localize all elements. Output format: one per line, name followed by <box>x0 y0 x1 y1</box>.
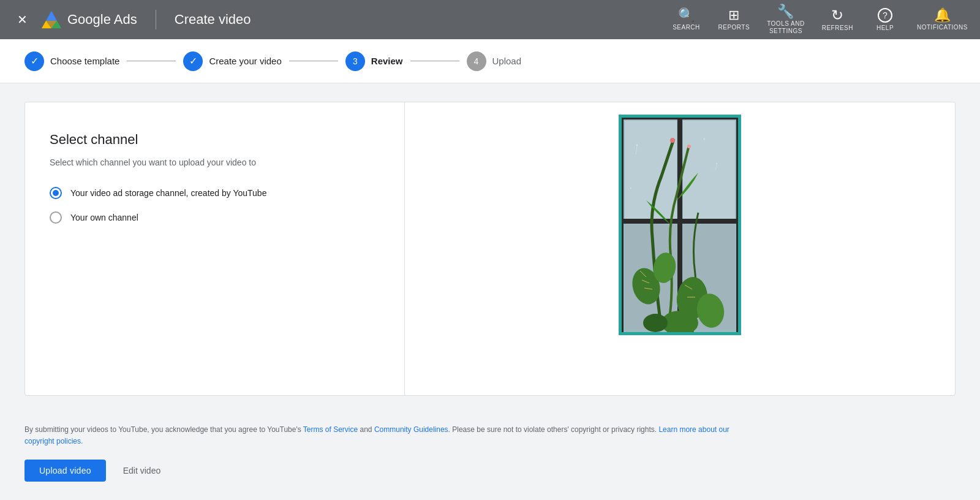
refresh-nav-button[interactable]: ↻ REFRESH <box>822 8 853 32</box>
tools-settings-nav-button[interactable]: 🔧 TOOLS AND SETTINGS <box>767 5 805 35</box>
legal-text-3: . Please be sure not to violate others' … <box>448 425 659 434</box>
step-4-circle: 4 <box>467 51 486 71</box>
section-subtitle: Select which channel you want to upload … <box>50 157 380 167</box>
tools-icon: 🔧 <box>777 5 794 18</box>
svg-point-35 <box>704 138 706 140</box>
video-preview <box>619 115 741 335</box>
svg-point-27 <box>670 138 675 143</box>
step-2-label: Create your video <box>209 56 281 66</box>
legal-text: By submitting your videos to YouTube, yo… <box>24 424 760 447</box>
radio-label-storage: Your video ad storage channel, created b… <box>70 188 266 198</box>
radio-circle-own <box>50 211 62 224</box>
step-connector-3 <box>410 61 459 61</box>
help-nav-button[interactable]: ? HELP <box>870 8 900 32</box>
footer-area: By submitting your videos to YouTube, yo… <box>0 414 980 491</box>
step-4-number: 4 <box>474 56 479 66</box>
refresh-icon: ↻ <box>831 8 843 23</box>
checkmark-2-icon: ✓ <box>189 55 197 67</box>
header-right: 🔍 SEARCH ⊞ REPORTS 🔧 TOOLS AND SETTINGS … <box>671 5 968 35</box>
svg-point-33 <box>636 145 638 146</box>
step-1-circle: ✓ <box>24 51 44 71</box>
svg-rect-32 <box>738 115 741 335</box>
refresh-label: REFRESH <box>822 25 853 32</box>
google-ads-logo: Google Ads <box>40 10 137 29</box>
radio-label-own: Your own channel <box>70 213 138 222</box>
step-3-circle: 3 <box>345 51 365 71</box>
tools-label: TOOLS AND SETTINGS <box>767 20 805 35</box>
radio-option-storage[interactable]: Your video ad storage channel, created b… <box>50 187 380 199</box>
help-icon: ? <box>878 8 892 23</box>
step-create-video: ✓ Create your video <box>183 51 281 71</box>
svg-point-28 <box>687 145 691 148</box>
edit-video-button[interactable]: Edit video <box>118 460 165 482</box>
header-divider <box>156 10 156 29</box>
notifications-nav-button[interactable]: 🔔 NOTIFICATIONS <box>917 9 968 31</box>
upload-video-button[interactable]: Upload video <box>24 460 106 482</box>
radio-circle-storage <box>50 187 62 199</box>
svg-point-21 <box>643 314 668 332</box>
radio-option-own-channel[interactable]: Your own channel <box>50 211 380 224</box>
close-icon: ✕ <box>17 12 28 27</box>
page-title: Create video <box>175 12 251 28</box>
step-3-number: 3 <box>353 56 358 66</box>
right-panel <box>405 102 955 395</box>
step-upload: 4 Upload <box>467 51 522 71</box>
svg-rect-31 <box>619 115 622 335</box>
svg-rect-14 <box>619 219 741 224</box>
checkmark-icon: ✓ <box>31 55 39 67</box>
header-left: ✕ Google Ads Create video <box>12 10 671 29</box>
legal-text-2: and <box>358 425 374 434</box>
channel-radio-group: Your video ad storage channel, created b… <box>50 187 380 224</box>
search-nav-button[interactable]: 🔍 SEARCH <box>671 9 701 31</box>
step-review: 3 Review <box>345 51 403 71</box>
reports-icon: ⊞ <box>728 9 739 22</box>
notifications-label: NOTIFICATIONS <box>917 24 968 31</box>
step-4-label: Upload <box>492 56 522 66</box>
notifications-icon: 🔔 <box>934 9 951 22</box>
stepper: ✓ Choose template ✓ Create your video 3 … <box>0 39 980 83</box>
app-header: ✕ Google Ads Create video 🔍 SEARCH ⊞ REP… <box>0 0 980 39</box>
svg-point-34 <box>716 163 717 164</box>
google-ads-text: Google Ads <box>67 12 137 28</box>
svg-marker-1 <box>46 11 57 21</box>
help-label: HELP <box>876 25 894 32</box>
step-connector-2 <box>289 61 338 61</box>
step-1-label: Choose template <box>50 56 119 66</box>
step-2-circle: ✓ <box>183 51 203 71</box>
step-connector-1 <box>127 61 176 61</box>
google-ads-logo-icon <box>40 10 62 29</box>
legal-text-1: By submitting your videos to YouTube, yo… <box>24 425 303 434</box>
search-icon: 🔍 <box>678 9 695 22</box>
preview-image <box>619 115 741 335</box>
step-3-label: Review <box>371 56 403 66</box>
svg-rect-30 <box>619 332 741 335</box>
close-button[interactable]: ✕ <box>12 10 32 29</box>
step-choose-template: ✓ Choose template <box>24 51 119 71</box>
svg-rect-29 <box>619 115 741 118</box>
search-label: SEARCH <box>673 24 700 31</box>
left-panel: Select channel Select which channel you … <box>25 102 405 395</box>
reports-label: REPORTS <box>718 24 750 31</box>
section-title: Select channel <box>50 132 380 148</box>
reports-nav-button[interactable]: ⊞ REPORTS <box>718 9 750 31</box>
main-content: Select channel Select which channel you … <box>0 83 980 414</box>
content-card: Select channel Select which channel you … <box>24 102 956 396</box>
svg-rect-8 <box>683 121 735 219</box>
svg-point-36 <box>630 188 631 189</box>
community-guidelines-link[interactable]: Community Guidelines <box>374 425 448 434</box>
action-buttons: Upload video Edit video <box>24 460 956 482</box>
terms-of-service-link[interactable]: Terms of Service <box>303 425 358 434</box>
